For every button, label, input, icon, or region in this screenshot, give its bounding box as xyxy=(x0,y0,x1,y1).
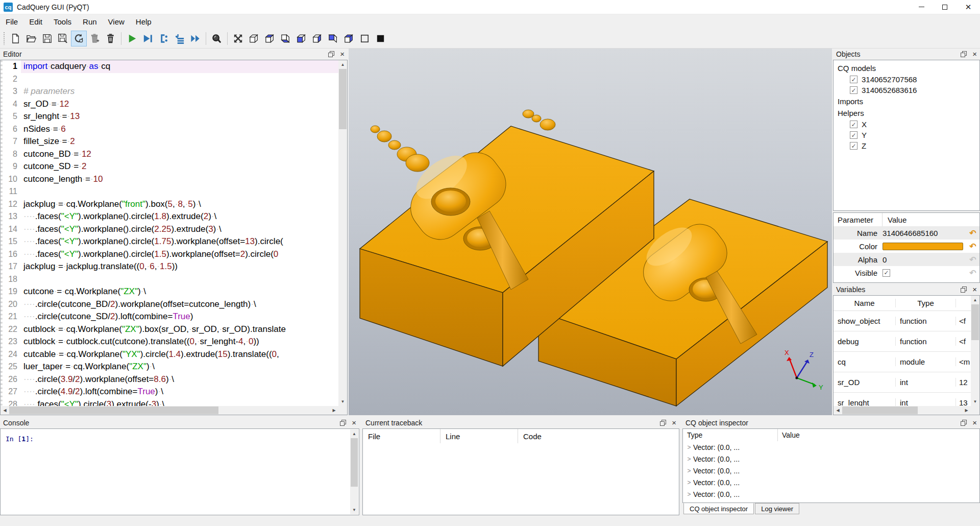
variable-row[interactable]: cqmodule<m xyxy=(834,352,971,372)
checkbox[interactable]: ✓ xyxy=(850,131,857,139)
code-line[interactable]: 16····.faces("<Y").workplane().circle(1.… xyxy=(3,248,338,261)
menu-tools[interactable]: Tools xyxy=(48,15,77,28)
expand-chevron-icon[interactable]: > xyxy=(685,467,693,474)
reload-button[interactable] xyxy=(71,31,87,46)
code-line[interactable]: 25luer_taper·=·cq.Workplane("ZX")·\ xyxy=(3,361,338,373)
code-line[interactable]: 12jackplug·=·cq.Workplane("front").box(5… xyxy=(3,198,338,211)
step-into-button[interactable] xyxy=(172,31,187,46)
scroll-left-icon[interactable]: ◀ xyxy=(834,406,842,415)
continue-button[interactable] xyxy=(187,31,203,46)
code-line[interactable]: 11 xyxy=(3,185,338,198)
name-column-header[interactable]: Name xyxy=(834,299,896,307)
code-line[interactable]: 15····.faces("<Y").workplane().circle(1.… xyxy=(3,235,338,248)
console-vertical-scrollbar[interactable]: ▲ ▼ xyxy=(350,429,358,514)
variables-vertical-scrollbar[interactable]: ▲ ▼ xyxy=(971,296,979,406)
expand-chevron-icon[interactable]: > xyxy=(685,456,693,463)
shaded-button[interactable] xyxy=(373,31,388,46)
code-editor[interactable]: 1import·cadquery·as·cq23# parameters4sr_… xyxy=(0,60,348,415)
float-dock-icon[interactable] xyxy=(961,51,967,57)
code-line[interactable]: 24cutcable·=·cq.Workplane("YX").circle(1… xyxy=(3,348,338,361)
tree-item[interactable]: ✓3140652707568 xyxy=(834,74,979,85)
fit-view-button[interactable] xyxy=(230,31,246,46)
value-column-header[interactable]: Value xyxy=(778,431,800,439)
render-button[interactable] xyxy=(124,31,140,46)
float-dock-icon[interactable] xyxy=(328,51,334,57)
minimize-button[interactable] xyxy=(910,0,933,14)
code-line[interactable]: 20····.circle(cutcone_BD/2).workplane(of… xyxy=(3,298,338,311)
inspector-row[interactable]: >Vector: (0.0, ... xyxy=(683,453,979,465)
code-line[interactable]: 23cutblock·=·cutblock.cut(cutcone).trans… xyxy=(3,336,338,348)
close-dock-icon[interactable]: × xyxy=(340,51,345,57)
code-line[interactable]: 4sr_OD·=·12 xyxy=(3,98,338,111)
delete-button[interactable] xyxy=(103,31,118,46)
tree-group-label[interactable]: Imports xyxy=(834,95,979,107)
variable-row[interactable]: debugfunction<f xyxy=(834,331,971,352)
code-line[interactable]: 2 xyxy=(3,73,338,86)
tree-group-label[interactable]: CQ models xyxy=(834,62,979,74)
expand-chevron-icon[interactable]: > xyxy=(685,491,693,498)
variable-row[interactable]: sr_ODint12 xyxy=(834,372,971,393)
tab-log-viewer[interactable]: Log viewer xyxy=(755,503,799,514)
float-dock-icon[interactable] xyxy=(660,420,666,426)
close-dock-icon[interactable]: × xyxy=(972,420,977,426)
scroll-up-icon[interactable]: ▲ xyxy=(338,60,347,69)
code-line[interactable]: 6nSides·=·6 xyxy=(3,123,338,136)
menu-view[interactable]: View xyxy=(103,15,130,28)
clear-stale-button[interactable] xyxy=(87,31,103,46)
code-line[interactable]: 19cutcone·=·cq.Workplane("ZX")·\ xyxy=(3,285,338,298)
code-line[interactable]: 27····.circle(4.9/2).loft(combine=True)·… xyxy=(3,386,338,398)
inspector-row[interactable]: >Vector: (0.0, ... xyxy=(683,441,979,453)
expand-chevron-icon[interactable]: > xyxy=(685,479,693,486)
variable-row[interactable]: sr_lenghtint13 xyxy=(834,393,971,406)
property-value[interactable]: 3140646685160 xyxy=(883,229,938,237)
code-line[interactable]: 17jackplug·=·jackplug.translate((0,·6,·1… xyxy=(3,260,338,273)
scroll-down-icon[interactable]: ▼ xyxy=(338,397,347,406)
code-line[interactable]: 28····.faces("<Y").circle(3).extrude(-3)… xyxy=(3,398,338,407)
close-button[interactable]: ✕ xyxy=(957,0,980,14)
scroll-right-icon[interactable]: ▶ xyxy=(330,406,338,415)
tree-item[interactable]: ✓3140652683616 xyxy=(834,85,979,95)
toggle-console-button[interactable] xyxy=(209,31,225,46)
reset-icon[interactable]: ↶ xyxy=(966,242,979,251)
code-column-header[interactable]: Code xyxy=(518,429,542,443)
tree-item[interactable]: ✓X xyxy=(834,119,979,130)
inspector-row[interactable]: >Vector: (0.0, ... xyxy=(683,465,979,476)
tab-cq-object-inspector[interactable]: CQ object inspector xyxy=(683,503,754,514)
scroll-thumb[interactable] xyxy=(842,407,918,414)
inspector-row[interactable]: >Vector: (0.0, ... xyxy=(683,476,979,488)
line-column-header[interactable]: Line xyxy=(440,429,518,443)
scroll-left-icon[interactable]: ◀ xyxy=(1,406,9,415)
tree-group-label[interactable]: Helpers xyxy=(834,107,979,119)
code-line[interactable]: 5sr_lenght·=·13 xyxy=(3,110,338,123)
debug-button[interactable] xyxy=(140,31,156,46)
save-button[interactable] xyxy=(39,31,55,46)
close-dock-icon[interactable]: × xyxy=(972,286,977,293)
checkbox[interactable]: ✓ xyxy=(850,121,857,128)
scroll-down-icon[interactable]: ▼ xyxy=(971,397,979,406)
menu-edit[interactable]: Edit xyxy=(23,15,48,28)
scroll-thumb[interactable] xyxy=(971,304,979,340)
open-file-button[interactable] xyxy=(23,31,39,46)
code-line[interactable]: 21····.circle(cutcone_SD/2).loft(combine… xyxy=(3,310,338,323)
variables-horizontal-scrollbar[interactable]: ◀ ▶ xyxy=(834,406,971,415)
menu-file[interactable]: File xyxy=(0,15,23,28)
new-file-button[interactable] xyxy=(8,31,23,46)
code-line[interactable]: 1import·cadquery·as·cq xyxy=(3,60,338,73)
float-dock-icon[interactable] xyxy=(340,420,346,426)
menu-help[interactable]: Help xyxy=(130,15,157,28)
maximize-button[interactable] xyxy=(933,0,957,14)
close-dock-icon[interactable]: × xyxy=(972,51,977,57)
console-area[interactable]: In [1]: ▲ ▼ xyxy=(0,428,359,515)
view-left-button[interactable] xyxy=(293,31,309,46)
float-dock-icon[interactable] xyxy=(961,420,967,426)
inspector-row[interactable]: >Vector: (0.0, ... xyxy=(683,488,979,500)
code-line[interactable]: 7fillet_size·=·2 xyxy=(3,135,338,148)
checkbox[interactable]: ✓ xyxy=(850,86,857,94)
view-right-button[interactable] xyxy=(309,31,325,46)
close-dock-icon[interactable]: × xyxy=(352,420,356,426)
checkbox[interactable]: ✓ xyxy=(850,76,857,83)
save-as-button[interactable] xyxy=(55,31,71,46)
float-dock-icon[interactable] xyxy=(961,286,967,293)
scroll-up-icon[interactable]: ▲ xyxy=(971,296,979,304)
code-line[interactable]: 9cutcone_SD·=·2 xyxy=(3,160,338,173)
